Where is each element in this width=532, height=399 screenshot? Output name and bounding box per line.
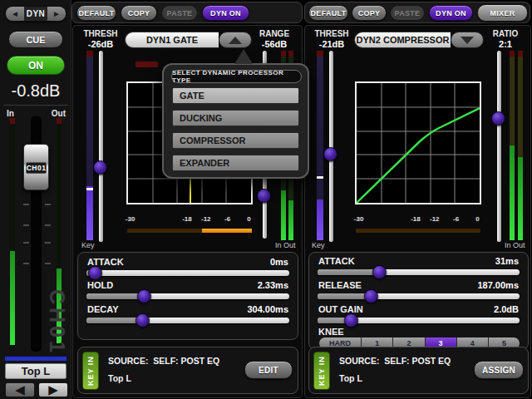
knee-label: KNEE [318, 327, 344, 337]
scale-tick: -18 [411, 215, 421, 223]
out-gain-slider[interactable] [318, 318, 520, 323]
dyn1-range-label: RANGE [249, 29, 299, 38]
dyn2-processor-select[interactable]: DYN2 COMPRESSOR [354, 32, 451, 48]
dyn1-copy-button[interactable]: COPY [121, 5, 157, 21]
out-gain-value: 2.0dB [494, 304, 519, 314]
dyn2-out-meter [518, 51, 523, 240]
dyn2-key-in-source: SOURCE: SELF: POST EQ [339, 356, 451, 366]
dyn1-paste-button[interactable]: PASTE [161, 5, 198, 21]
cue-button[interactable]: CUE [8, 31, 63, 48]
attack-slider[interactable] [318, 269, 520, 275]
fader-tick [23, 204, 29, 205]
popup-item-compressor[interactable]: COMPRESSOR [172, 132, 299, 149]
dyn2-gain-reduction-bar [355, 228, 481, 234]
dyn1-toolbar: DEFAULT COPY PASTE DYN ON [71, 2, 303, 23]
attack-slider[interactable] [86, 270, 289, 276]
attack-label: ATTACK [87, 257, 124, 267]
release-slider[interactable] [318, 293, 520, 299]
attack-value: 31ms [495, 256, 519, 266]
fader-tick [45, 242, 51, 244]
key-in-badge: KEY IN [82, 352, 99, 390]
attack-knob[interactable] [88, 266, 102, 280]
dyn2-key-meter [317, 51, 323, 240]
release-knob[interactable] [364, 289, 378, 303]
dyn2-key-in-box: KEY IN SOURCE: SELF: POST EQ Top L ASSIG… [308, 347, 529, 394]
dyn2-transfer-curve [357, 108, 480, 203]
mixer-button[interactable]: MIXER [477, 4, 528, 22]
out-meter-label: Out [52, 109, 66, 118]
dyn1-processor-select[interactable]: DYN1 GATE [125, 32, 219, 48]
dyn1-key-in-box: KEY IN SOURCE: SELF: POST EQ Top L EDIT [77, 347, 298, 394]
channel-color-bar [5, 357, 66, 361]
dyn2-thresh-knob[interactable] [323, 147, 337, 161]
dyn2-params-box: ATTACK 31ms RELEASE 187.00ms OUT GAIN 2.… [308, 252, 529, 350]
popup-title: SELECT DYNAMIC PROCESSOR TYPE [171, 70, 302, 83]
key-in-assign-button[interactable]: ASSIGN [474, 361, 524, 379]
dyn1-key-meter [86, 51, 93, 240]
input-level-meter [10, 118, 15, 349]
dyn2-thresh-value: -21dB [307, 39, 357, 49]
decay-slider[interactable] [86, 318, 289, 323]
dyn2-ratio-knob[interactable] [491, 111, 505, 126]
dyn2-ratio-slider[interactable] [497, 51, 501, 242]
hold-value: 2.33ms [258, 280, 288, 290]
popup-item-gate[interactable]: GATE [172, 87, 299, 104]
scale-tick: -6 [224, 215, 230, 223]
dyn1-gr-meter [135, 62, 158, 67]
scale-tick: -12 [430, 215, 440, 223]
dyn2-key-label: Key [312, 241, 325, 249]
decay-knob[interactable] [135, 313, 150, 328]
scale-tick: -18 [182, 215, 192, 223]
dyn2-processor-dropdown-button[interactable] [451, 32, 484, 48]
channel-strip: ◄ DYN ► CUE ON -0.8dB In Out CH01 CH01 T… [0, 0, 71, 399]
dyn1-scale: -30 -18 -12 -6 0 [126, 215, 253, 224]
dyn2-paste-button[interactable]: PASTE [390, 5, 425, 21]
scale-tick: -12 [201, 215, 211, 223]
dyn1-range-value: -56dB [249, 39, 299, 49]
out-gain-label: OUT GAIN [318, 304, 363, 314]
dyn1-thresh-knob[interactable] [93, 160, 107, 175]
popup-item-ducking[interactable]: DUCKING [172, 110, 299, 126]
dyn1-processor-dropdown-button[interactable] [219, 32, 252, 48]
release-value: 187.00ms [477, 280, 519, 290]
dyn1-key-in-channel: Top L [108, 373, 131, 383]
dyn2-in-meter [510, 51, 515, 240]
chevron-down-icon [461, 37, 474, 44]
prev-channel-button[interactable]: ◀ [5, 382, 35, 397]
right-arrow-icon: ▶ [48, 382, 58, 397]
hold-slider[interactable] [86, 293, 289, 299]
dyn1-thresh-slider[interactable] [99, 51, 103, 242]
prev-processor-button[interactable]: ◄ [6, 7, 24, 21]
dyn1-thresh-label: THRESH [76, 29, 126, 38]
dyn1-range-knob[interactable] [257, 189, 271, 203]
on-button[interactable]: ON [7, 56, 65, 75]
dyn2-thresh-slider[interactable] [329, 51, 333, 242]
popup-pointer-icon [234, 49, 253, 64]
dyn1-default-button[interactable]: DEFAULT [76, 5, 116, 21]
attack-knob[interactable] [372, 265, 387, 279]
divider [3, 105, 68, 106]
in-meter-label: In [7, 109, 14, 118]
scale-tick: -30 [126, 215, 135, 223]
hold-knob[interactable] [137, 289, 151, 303]
popup-item-expander[interactable]: EXPANDER [172, 155, 299, 171]
dyn2-scale: -30 -18 -12 -6 0 [355, 215, 481, 224]
dyn2-on-button[interactable]: DYN ON [429, 5, 473, 21]
out-gain-knob[interactable] [344, 313, 358, 328]
left-arrow-icon: ◄ [11, 9, 19, 18]
attack-label: ATTACK [318, 256, 355, 266]
dyn1-in-out-label: In Out [275, 241, 296, 249]
scale-tick: -30 [354, 215, 364, 223]
next-processor-button[interactable]: ► [47, 7, 66, 21]
attack-value: 0ms [270, 257, 288, 267]
key-in-edit-button[interactable]: EDIT [244, 361, 293, 379]
fader-tick [45, 263, 51, 264]
dyn1-on-button[interactable]: DYN ON [202, 5, 249, 21]
key-in-badge: KEY IN [313, 352, 330, 390]
fader-tick [23, 242, 29, 244]
fader-tick [23, 224, 29, 226]
dyn2-default-button[interactable]: DEFAULT [308, 5, 348, 21]
next-channel-button[interactable]: ▶ [38, 382, 68, 397]
fader-knob[interactable]: CH01 [23, 144, 49, 190]
dyn2-copy-button[interactable]: COPY [352, 5, 387, 21]
